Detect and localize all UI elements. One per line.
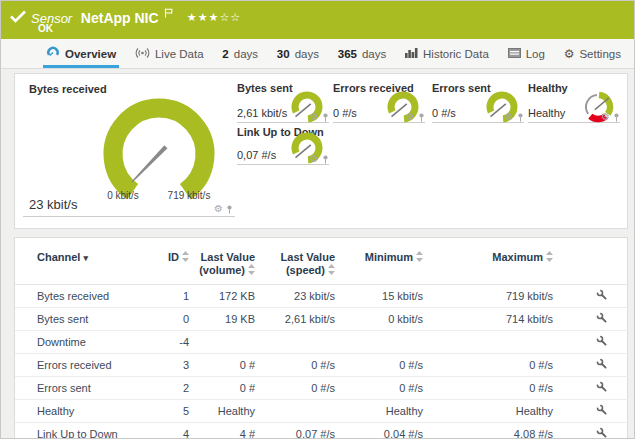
gauge-errors-sent: Errors sent 0 #/s ⚙	[432, 82, 524, 123]
minimum-value: Healthy	[341, 400, 429, 423]
minimum-value: 0,04 #/s	[341, 423, 429, 439]
sort-icon	[416, 251, 423, 262]
column-header-id[interactable]: ID	[165, 238, 195, 285]
channels-table: Channel▾ ID Last Value(volume) Last Valu…	[15, 238, 629, 439]
channel-name[interactable]: Errors sent	[15, 377, 165, 400]
sort-icon	[328, 264, 335, 275]
gauge-current-value: 23 kbit/s	[29, 197, 77, 212]
tab-settings[interactable]: ⚙ Settings	[561, 39, 624, 68]
channel-name[interactable]: Bytes received	[15, 285, 165, 308]
tab-bar: Overview Live Data 2 days 30 days 365 da…	[1, 39, 634, 69]
tab-historic-data[interactable]: Historic Data	[402, 39, 492, 68]
column-header-minimum[interactable]: Minimum	[341, 238, 429, 285]
tab-num: 2	[222, 48, 228, 60]
gauge-pin-icon[interactable]	[613, 113, 620, 122]
column-header-maximum[interactable]: Maximum	[429, 238, 559, 285]
gauge-errors-received: Errors received 0 #/s ⚙	[333, 82, 425, 123]
minimum-value: 0 #/s	[341, 354, 429, 377]
channel-name[interactable]: Errors received	[15, 354, 165, 377]
last-value-speed: 0 #/s	[261, 377, 341, 400]
channel-settings-wrench-icon[interactable]	[596, 427, 607, 438]
gauge-settings-icon[interactable]: ⚙	[505, 112, 514, 122]
gear-icon: ⚙	[564, 47, 575, 61]
channel-id: 5	[165, 400, 195, 423]
minimum-value	[341, 331, 429, 354]
table-row: Link Up to Down 4 4 # 0,07 #/s 0,04 #/s …	[15, 423, 629, 439]
gauge-healthy: Healthy Healthy ⚙	[528, 82, 620, 123]
tab-label: Overview	[65, 48, 116, 60]
last-value-volume: 19 KB	[195, 308, 261, 331]
channel-name[interactable]: Healthy	[15, 400, 165, 423]
channel-name[interactable]: Link Up to Down	[15, 423, 165, 439]
channel-settings-wrench-icon[interactable]	[596, 358, 607, 369]
table-row: Errors received 3 0 # 0 #/s 0 #/s 0 #/s	[15, 354, 629, 377]
table-row: Bytes sent 0 19 KB 2,61 kbit/s 0 kbit/s …	[15, 308, 629, 331]
channel-settings-wrench-icon[interactable]	[596, 335, 607, 346]
last-value-speed: 0 #/s	[261, 354, 341, 377]
gauge-pin-icon[interactable]	[322, 155, 329, 164]
priority-flag-icon[interactable]	[164, 6, 173, 21]
table-row: Downtime -4	[15, 331, 629, 354]
table-header-row: Channel▾ ID Last Value(volume) Last Valu…	[15, 238, 629, 285]
minimum-value: 15 kbit/s	[341, 285, 429, 308]
gauge-current-value: 0,07 #/s	[237, 149, 276, 161]
last-value-speed: 0,07 #/s	[261, 423, 341, 439]
last-value-volume: Healthy	[195, 400, 261, 423]
gauge-pin-icon[interactable]	[226, 205, 233, 214]
gauge-settings-icon[interactable]: ⚙	[406, 112, 415, 122]
channel-id: 4	[165, 423, 195, 439]
gauge-scale-min: 0 kbit/s	[93, 190, 153, 201]
channel-settings-wrench-icon[interactable]	[596, 404, 607, 415]
table-row: Errors sent 2 0 # 0 #/s 0 #/s 0 #/s	[15, 377, 629, 400]
maximum-value: Healthy	[429, 400, 559, 423]
gauge-label: Healthy	[528, 82, 568, 94]
gauge-pin-icon[interactable]	[517, 113, 524, 122]
tab-label: days	[295, 48, 319, 60]
gauge-bytes-received: Bytes received 0 kbit/s 719 kbit/s 23 kb…	[23, 80, 235, 217]
channel-settings-wrench-icon[interactable]	[596, 289, 607, 300]
last-value-speed	[261, 400, 341, 423]
channel-name[interactable]: Downtime	[15, 331, 165, 354]
channel-settings-wrench-icon[interactable]	[596, 312, 607, 323]
gauge-settings-icon[interactable]: ⚙	[214, 204, 223, 214]
sensor-title: NetApp NIC	[81, 10, 159, 26]
gauge-pin-icon[interactable]	[418, 113, 425, 122]
gauge-settings-icon[interactable]: ⚙	[310, 154, 319, 164]
tab-label: Live Data	[155, 48, 204, 60]
tab-label: Historic Data	[423, 48, 489, 60]
gauge-current-value: Healthy	[528, 107, 565, 119]
tab-30-days[interactable]: 30 days	[274, 39, 322, 68]
maximum-value: 0 #/s	[429, 354, 559, 377]
channel-settings-wrench-icon[interactable]	[596, 381, 607, 392]
table-row: Bytes received 1 172 KB 23 kbit/s 15 kbi…	[15, 285, 629, 308]
maximum-value: 4,08 #/s	[429, 423, 559, 439]
last-value-speed	[261, 331, 341, 354]
log-icon	[508, 48, 521, 60]
gauge-pin-icon[interactable]	[322, 113, 329, 122]
tab-overview[interactable]: Overview	[43, 39, 119, 68]
priority-stars[interactable]: ★★★☆☆	[187, 11, 241, 23]
column-header-actions	[559, 238, 629, 285]
sort-icon	[546, 251, 553, 262]
channels-table-panel: Channel▾ ID Last Value(volume) Last Valu…	[14, 237, 628, 439]
channel-name[interactable]: Bytes sent	[15, 308, 165, 331]
sensor-header: Sensor NetApp NIC ★★★☆☆ OK	[1, 1, 634, 39]
channel-id: 3	[165, 354, 195, 377]
gauge-scale-max: 719 kbit/s	[150, 190, 228, 201]
gauge-settings-icon[interactable]: ⚙	[601, 112, 610, 122]
column-header-last-value-speed[interactable]: Last Value(speed)	[261, 238, 341, 285]
tab-label: days	[234, 48, 258, 60]
status-ok-check-icon	[10, 9, 26, 27]
sort-icon	[182, 251, 189, 262]
tab-2-days[interactable]: 2 days	[219, 39, 261, 68]
column-header-channel[interactable]: Channel▾	[15, 238, 165, 285]
tab-label: Log	[526, 48, 545, 60]
column-header-last-value-volume[interactable]: Last Value(volume)	[195, 238, 261, 285]
tab-num: 365	[338, 48, 357, 60]
tab-365-days[interactable]: 365 days	[335, 39, 389, 68]
gauge-settings-icon[interactable]: ⚙	[310, 112, 319, 122]
tab-log[interactable]: Log	[505, 39, 548, 68]
tab-live-data[interactable]: Live Data	[132, 39, 207, 68]
gauges-panel: Bytes received 0 kbit/s 719 kbit/s 23 kb…	[14, 73, 628, 229]
channel-id: 1	[165, 285, 195, 308]
